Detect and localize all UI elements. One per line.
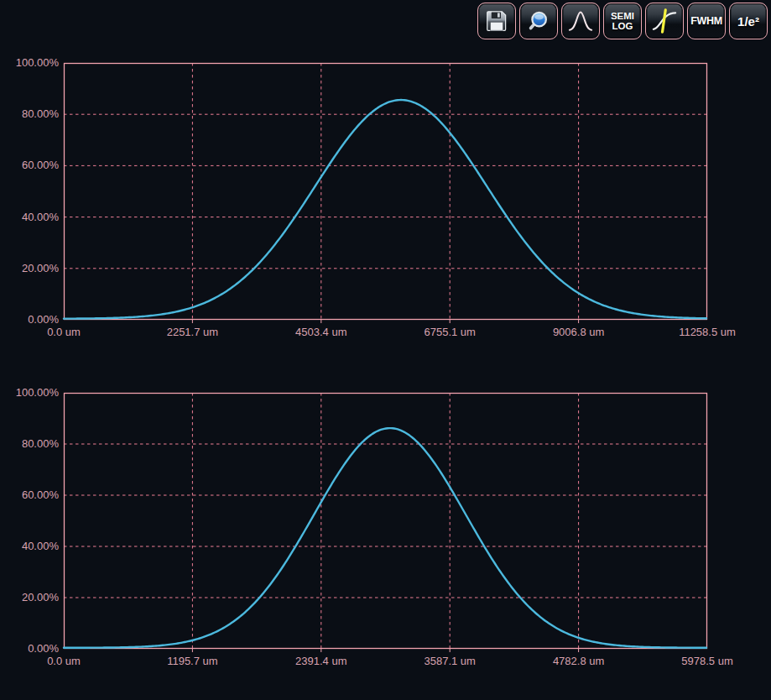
x-tick-label: 2391.4 um bbox=[279, 655, 363, 668]
x-tick-label: 1195.7 um bbox=[150, 655, 234, 668]
x-tick-label: 5978.5 um bbox=[665, 655, 749, 668]
x-tick-label: 4782.8 um bbox=[537, 655, 621, 668]
y-tick-label: 0.00% bbox=[0, 642, 59, 656]
y-tick-label: 100.00% bbox=[0, 386, 59, 400]
y-tick-label: 80.00% bbox=[0, 437, 59, 451]
beam-profile-curve bbox=[64, 428, 706, 648]
plot-frame bbox=[65, 394, 707, 649]
x-tick-label: 3587.1 um bbox=[408, 655, 492, 668]
y-tick-label: 60.00% bbox=[0, 488, 59, 502]
y-tick-label: 40.00% bbox=[0, 540, 59, 553]
y-tick-label: 20.00% bbox=[0, 591, 59, 604]
x-tick-label: 0.0 um bbox=[22, 655, 106, 668]
plot-area[interactable] bbox=[64, 393, 707, 649]
beam-profile-chart-bottom: 100.00%80.00%60.00%40.00%20.00%0.00%0.0 … bbox=[0, 0, 771, 700]
